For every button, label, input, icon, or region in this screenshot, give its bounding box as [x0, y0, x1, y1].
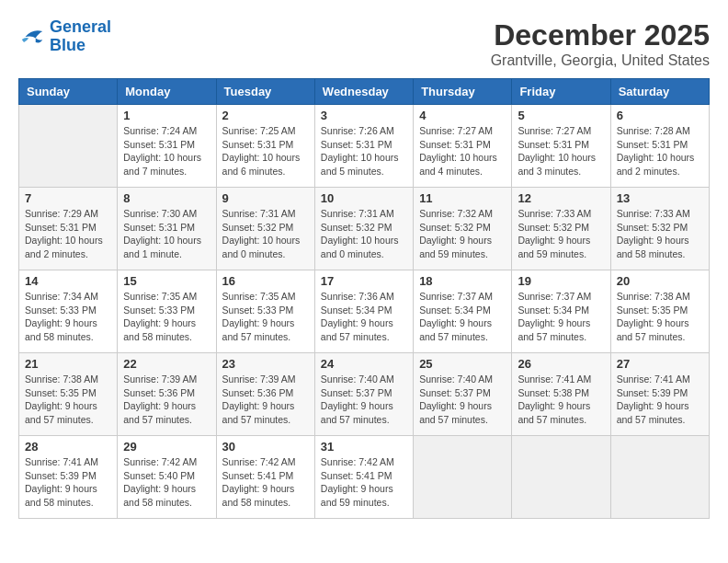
- day-info: Sunrise: 7:31 AM Sunset: 5:32 PM Dayligh…: [222, 207, 309, 261]
- day-info: Sunrise: 7:42 AM Sunset: 5:41 PM Dayligh…: [321, 455, 407, 510]
- calendar-cell: [512, 436, 610, 519]
- day-number: 11: [419, 191, 506, 205]
- column-header-wednesday: Wednesday: [314, 79, 413, 105]
- day-number: 3: [321, 109, 407, 122]
- day-info: Sunrise: 7:41 AM Sunset: 5:38 PM Dayligh…: [518, 373, 604, 427]
- day-number: 12: [518, 191, 604, 205]
- day-number: 7: [25, 191, 111, 205]
- calendar-cell: 31Sunrise: 7:42 AM Sunset: 5:41 PM Dayli…: [314, 436, 413, 519]
- day-number: 4: [419, 109, 506, 122]
- calendar-cell: [414, 436, 512, 519]
- calendar-cell: 8Sunrise: 7:30 AM Sunset: 5:31 PM Daylig…: [118, 188, 216, 270]
- calendar-cell: 29Sunrise: 7:42 AM Sunset: 5:40 PM Dayli…: [118, 436, 216, 519]
- calendar-cell: [19, 105, 118, 188]
- calendar: SundayMondayTuesdayWednesdayThursdayFrid…: [18, 78, 710, 519]
- calendar-cell: 16Sunrise: 7:35 AM Sunset: 5:33 PM Dayli…: [216, 270, 314, 353]
- day-number: 8: [123, 191, 210, 205]
- calendar-cell: 2Sunrise: 7:25 AM Sunset: 5:31 PM Daylig…: [216, 105, 314, 188]
- calendar-week-2: 7Sunrise: 7:29 AM Sunset: 5:31 PM Daylig…: [19, 188, 710, 270]
- calendar-cell: 15Sunrise: 7:35 AM Sunset: 5:33 PM Dayli…: [118, 270, 216, 353]
- calendar-cell: 7Sunrise: 7:29 AM Sunset: 5:31 PM Daylig…: [19, 188, 118, 270]
- day-info: Sunrise: 7:38 AM Sunset: 5:35 PM Dayligh…: [25, 373, 111, 427]
- day-number: 13: [617, 191, 703, 205]
- day-number: 16: [222, 274, 309, 288]
- calendar-cell: 21Sunrise: 7:38 AM Sunset: 5:35 PM Dayli…: [19, 353, 118, 436]
- day-info: Sunrise: 7:42 AM Sunset: 5:41 PM Dayligh…: [222, 455, 309, 510]
- day-number: 28: [25, 440, 111, 454]
- day-info: Sunrise: 7:32 AM Sunset: 5:32 PM Dayligh…: [419, 207, 506, 261]
- day-number: 24: [321, 357, 407, 371]
- page-header: General Blue December 2025 Grantville, G…: [18, 18, 710, 69]
- calendar-cell: 11Sunrise: 7:32 AM Sunset: 5:32 PM Dayli…: [414, 188, 512, 270]
- day-info: Sunrise: 7:37 AM Sunset: 5:34 PM Dayligh…: [419, 290, 506, 344]
- day-info: Sunrise: 7:35 AM Sunset: 5:33 PM Dayligh…: [123, 290, 210, 344]
- day-number: 1: [123, 109, 210, 122]
- day-number: 29: [123, 440, 210, 454]
- calendar-cell: 27Sunrise: 7:41 AM Sunset: 5:39 PM Dayli…: [610, 353, 709, 436]
- day-info: Sunrise: 7:42 AM Sunset: 5:40 PM Dayligh…: [123, 455, 210, 510]
- day-number: 17: [321, 274, 407, 288]
- calendar-cell: 22Sunrise: 7:39 AM Sunset: 5:36 PM Dayli…: [118, 353, 216, 436]
- day-info: Sunrise: 7:38 AM Sunset: 5:35 PM Dayligh…: [617, 290, 703, 344]
- day-info: Sunrise: 7:33 AM Sunset: 5:32 PM Dayligh…: [617, 207, 703, 261]
- logo: General Blue: [18, 18, 111, 55]
- column-header-friday: Friday: [512, 79, 610, 105]
- day-number: 19: [518, 274, 604, 288]
- day-number: 27: [617, 357, 703, 371]
- day-number: 31: [321, 440, 407, 454]
- day-info: Sunrise: 7:39 AM Sunset: 5:36 PM Dayligh…: [222, 373, 309, 427]
- calendar-cell: 19Sunrise: 7:37 AM Sunset: 5:34 PM Dayli…: [512, 270, 610, 353]
- calendar-cell: 5Sunrise: 7:27 AM Sunset: 5:31 PM Daylig…: [512, 105, 610, 188]
- day-info: Sunrise: 7:41 AM Sunset: 5:39 PM Dayligh…: [617, 373, 703, 427]
- day-info: Sunrise: 7:27 AM Sunset: 5:31 PM Dayligh…: [419, 124, 506, 178]
- calendar-week-4: 21Sunrise: 7:38 AM Sunset: 5:35 PM Dayli…: [19, 353, 710, 436]
- day-number: 5: [518, 109, 604, 122]
- calendar-cell: 12Sunrise: 7:33 AM Sunset: 5:32 PM Dayli…: [512, 188, 610, 270]
- calendar-week-1: 1Sunrise: 7:24 AM Sunset: 5:31 PM Daylig…: [19, 105, 710, 188]
- logo-text: General Blue: [50, 18, 111, 55]
- calendar-cell: 17Sunrise: 7:36 AM Sunset: 5:34 PM Dayli…: [314, 270, 413, 353]
- location-title: Grantville, Georgia, United States: [491, 52, 710, 69]
- day-number: 30: [222, 440, 309, 454]
- calendar-cell: 28Sunrise: 7:41 AM Sunset: 5:39 PM Dayli…: [19, 436, 118, 519]
- day-number: 18: [419, 274, 506, 288]
- day-info: Sunrise: 7:30 AM Sunset: 5:31 PM Dayligh…: [123, 207, 210, 261]
- day-info: Sunrise: 7:26 AM Sunset: 5:31 PM Dayligh…: [321, 124, 407, 178]
- day-number: 14: [25, 274, 111, 288]
- calendar-cell: 26Sunrise: 7:41 AM Sunset: 5:38 PM Dayli…: [512, 353, 610, 436]
- calendar-cell: 18Sunrise: 7:37 AM Sunset: 5:34 PM Dayli…: [414, 270, 512, 353]
- day-info: Sunrise: 7:27 AM Sunset: 5:31 PM Dayligh…: [518, 124, 604, 178]
- calendar-cell: 30Sunrise: 7:42 AM Sunset: 5:41 PM Dayli…: [216, 436, 314, 519]
- calendar-cell: 24Sunrise: 7:40 AM Sunset: 5:37 PM Dayli…: [314, 353, 413, 436]
- day-info: Sunrise: 7:25 AM Sunset: 5:31 PM Dayligh…: [222, 124, 309, 178]
- day-info: Sunrise: 7:29 AM Sunset: 5:31 PM Dayligh…: [25, 207, 111, 261]
- day-number: 25: [419, 357, 506, 371]
- calendar-cell: [610, 436, 709, 519]
- calendar-cell: 10Sunrise: 7:31 AM Sunset: 5:32 PM Dayli…: [314, 188, 413, 270]
- day-number: 21: [25, 357, 111, 371]
- day-info: Sunrise: 7:31 AM Sunset: 5:32 PM Dayligh…: [321, 207, 407, 261]
- day-number: 10: [321, 191, 407, 205]
- calendar-cell: 1Sunrise: 7:24 AM Sunset: 5:31 PM Daylig…: [118, 105, 216, 188]
- day-number: 15: [123, 274, 210, 288]
- calendar-cell: 3Sunrise: 7:26 AM Sunset: 5:31 PM Daylig…: [314, 105, 413, 188]
- day-info: Sunrise: 7:24 AM Sunset: 5:31 PM Dayligh…: [123, 124, 210, 178]
- calendar-body: 1Sunrise: 7:24 AM Sunset: 5:31 PM Daylig…: [19, 105, 710, 519]
- day-number: 20: [617, 274, 703, 288]
- calendar-week-3: 14Sunrise: 7:34 AM Sunset: 5:33 PM Dayli…: [19, 270, 710, 353]
- logo-icon: [18, 26, 46, 48]
- calendar-cell: 6Sunrise: 7:28 AM Sunset: 5:31 PM Daylig…: [610, 105, 709, 188]
- column-header-saturday: Saturday: [610, 79, 709, 105]
- day-info: Sunrise: 7:37 AM Sunset: 5:34 PM Dayligh…: [518, 290, 604, 344]
- day-number: 6: [617, 109, 703, 122]
- calendar-cell: 23Sunrise: 7:39 AM Sunset: 5:36 PM Dayli…: [216, 353, 314, 436]
- day-number: 22: [123, 357, 210, 371]
- column-header-tuesday: Tuesday: [216, 79, 314, 105]
- day-info: Sunrise: 7:40 AM Sunset: 5:37 PM Dayligh…: [419, 373, 506, 427]
- day-info: Sunrise: 7:41 AM Sunset: 5:39 PM Dayligh…: [25, 455, 111, 510]
- calendar-week-5: 28Sunrise: 7:41 AM Sunset: 5:39 PM Dayli…: [19, 436, 710, 519]
- calendar-cell: 13Sunrise: 7:33 AM Sunset: 5:32 PM Dayli…: [610, 188, 709, 270]
- day-number: 9: [222, 191, 309, 205]
- day-info: Sunrise: 7:35 AM Sunset: 5:33 PM Dayligh…: [222, 290, 309, 344]
- calendar-cell: 14Sunrise: 7:34 AM Sunset: 5:33 PM Dayli…: [19, 270, 118, 353]
